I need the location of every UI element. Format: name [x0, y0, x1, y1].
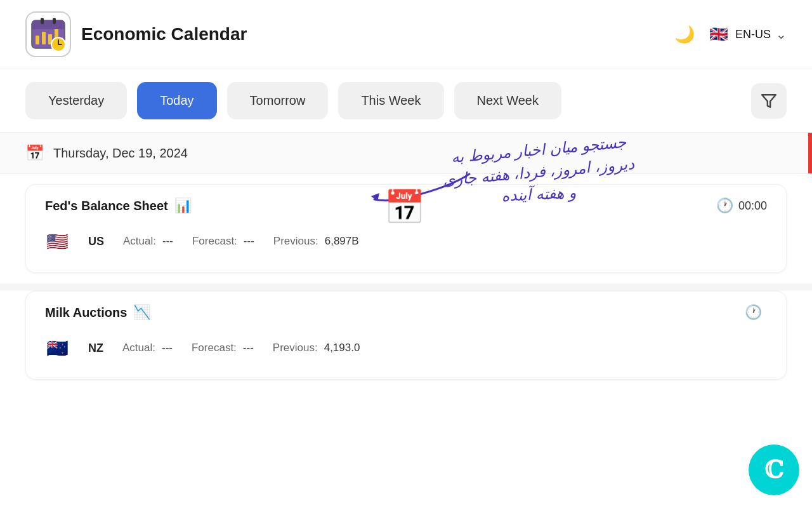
event-header-2: Milk Auctions 📉 🕐 [45, 304, 767, 321]
tab-today[interactable]: Today [137, 82, 216, 119]
event-title-text: Fed's Balance Sheet [45, 199, 168, 213]
language-button[interactable]: 🇬🇧 EN-US ⌄ [707, 23, 787, 46]
forecast-value-2: --- [243, 342, 254, 354]
app-logo [25, 11, 71, 57]
previous-group: Previous: 6,897B [273, 235, 359, 248]
nav-tabs: Yesterday Today Tomorrow This Week Next … [0, 69, 812, 132]
country-flag-2: 🇳🇿 [45, 336, 69, 360]
event-details: 🇺🇸 US Actual: --- Forecast: --- Previous… [45, 223, 767, 260]
clock-icon-2: 🕐 [745, 304, 762, 321]
tab-yesterday[interactable]: Yesterday [25, 82, 127, 119]
tab-next-week[interactable]: Next Week [454, 82, 561, 119]
event-time: 🕐 00:00 [716, 197, 767, 214]
tab-tomorrow[interactable]: Tomorrow [227, 82, 329, 119]
svg-rect-4 [53, 18, 56, 24]
forecast-label-2: Forecast: [192, 342, 237, 354]
event-details-2: 🇳🇿 NZ Actual: --- Forecast: --- Previous… [45, 330, 767, 366]
svg-marker-12 [762, 95, 776, 107]
filter-button[interactable] [751, 83, 787, 119]
watermark-badge: ℂ [749, 444, 799, 495]
event-card-feds-balance-sheet: Fed's Balance Sheet 📊 🕐 00:00 🇺🇸 US Actu… [25, 184, 787, 273]
red-bar [808, 133, 812, 173]
forecast-group: Forecast: --- [192, 235, 254, 248]
actual-group: Actual: --- [123, 235, 173, 248]
calendar-icon: 📅 [25, 144, 44, 162]
event-card-milk-auctions: Milk Auctions 📉 🕐 🇳🇿 NZ Actual: --- Fore… [25, 291, 787, 380]
date-bar: 📅 Thursday, Dec 19, 2024 [0, 132, 812, 174]
event-title-2: Milk Auctions 📉 [45, 304, 150, 321]
filter-icon [761, 93, 777, 109]
events-section: Fed's Balance Sheet 📊 🕐 00:00 🇺🇸 US Actu… [0, 184, 812, 380]
svg-rect-3 [41, 18, 44, 24]
dark-mode-button[interactable]: 🌙 [674, 25, 695, 44]
chevron-down-icon: ⌄ [776, 27, 787, 42]
header-right: 🌙 🇬🇧 EN-US ⌄ [674, 23, 787, 46]
app-title: Economic Calendar [81, 24, 247, 44]
forecast-value: --- [244, 235, 254, 248]
watermark-symbol: ℂ [764, 456, 783, 484]
actual-label-2: Actual: [122, 342, 155, 354]
date-text: Thursday, Dec 19, 2024 [53, 146, 188, 161]
logo-container: Economic Calendar [25, 11, 247, 57]
forecast-label: Forecast: [192, 235, 237, 248]
svg-rect-6 [42, 32, 46, 44]
svg-rect-2 [32, 25, 65, 29]
actual-group-2: Actual: --- [122, 342, 173, 354]
previous-label-2: Previous: [273, 342, 318, 354]
impact-icon-2: 📉 [133, 304, 150, 321]
previous-group-2: Previous: 4,193.0 [273, 342, 360, 354]
actual-label: Actual: [123, 235, 156, 248]
actual-value: --- [162, 235, 173, 248]
country-flag: 🇺🇸 [45, 229, 69, 253]
impact-icon: 📊 [174, 197, 192, 214]
event-title: Fed's Balance Sheet 📊 [45, 197, 192, 214]
forecast-group-2: Forecast: --- [192, 342, 254, 354]
country-name-2: NZ [88, 342, 103, 355]
previous-label: Previous: [273, 235, 318, 248]
moon-icon: 🌙 [674, 25, 695, 44]
event-header: Fed's Balance Sheet 📊 🕐 00:00 [45, 197, 767, 214]
language-label: EN-US [735, 28, 771, 41]
tab-this-week[interactable]: This Week [338, 82, 443, 119]
previous-value-2: 4,193.0 [324, 342, 360, 354]
country-name: US [88, 235, 104, 248]
time-value: 00:00 [738, 199, 767, 213]
event-time-2: 🕐 [745, 304, 767, 321]
clock-icon: 🕐 [716, 197, 733, 214]
previous-value: 6,897B [325, 235, 359, 248]
flag-icon: 🇬🇧 [707, 23, 730, 46]
header: Economic Calendar 🌙 🇬🇧 EN-US ⌄ [0, 0, 812, 69]
actual-value-2: --- [162, 342, 173, 354]
divider [0, 283, 812, 291]
svg-rect-5 [36, 36, 39, 44]
event-title-text-2: Milk Auctions [45, 305, 127, 320]
